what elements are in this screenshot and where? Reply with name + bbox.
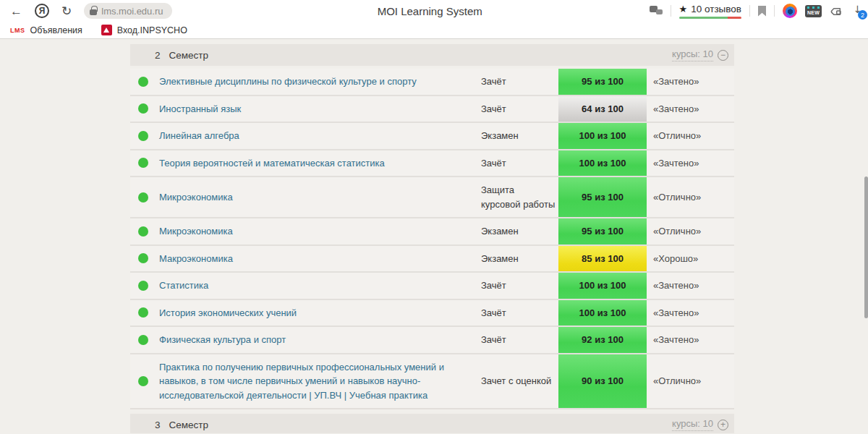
- grade-cell: «Зачтено»: [647, 150, 734, 176]
- divider: [671, 5, 671, 17]
- score-badge: 100 из 100: [558, 273, 647, 299]
- address-bar[interactable]: lms.moi.edu.ru: [84, 3, 171, 19]
- status-dot-icon: [138, 103, 148, 114]
- table-row: Микроэкономика Экзамен 95 из 100 «Отличн…: [130, 218, 734, 246]
- collapse-icon[interactable]: −: [718, 50, 728, 61]
- grade-cell: «Отлично»: [647, 218, 734, 244]
- score-badge: 95 из 100: [558, 69, 647, 95]
- exam-type-cell: Зачет с оценкой: [481, 354, 558, 409]
- status-cell: [130, 150, 159, 176]
- courses-count-link[interactable]: курсы: 10: [672, 418, 713, 430]
- exam-type-cell: Зачёт: [481, 150, 558, 176]
- grade-cell: «Отлично»: [647, 123, 734, 149]
- score-badge: 100 из 100: [558, 150, 647, 176]
- semester-label: Семестр: [169, 50, 209, 61]
- refresh-button[interactable]: ↻: [61, 5, 72, 17]
- course-cell: Иностранный язык: [159, 96, 481, 122]
- back-button[interactable]: ←: [10, 5, 22, 17]
- divider: [774, 5, 775, 17]
- course-link[interactable]: Практика по получению первичных професси…: [159, 360, 468, 403]
- status-cell: [130, 300, 159, 326]
- grade-cell: «Зачтено»: [647, 300, 734, 326]
- status-dot-icon: [138, 307, 148, 318]
- course-link[interactable]: Иностранный язык: [159, 102, 241, 116]
- star-icon: ★: [679, 4, 688, 14]
- table-row: Микроэкономика Защита курсовой работы 95…: [130, 177, 734, 218]
- grade-cell: «Зачтено»: [647, 273, 734, 299]
- course-link[interactable]: Физическая культура и спорт: [159, 333, 286, 347]
- course-link[interactable]: Макроэкономика: [159, 252, 233, 266]
- table-row: Иностранный язык Зачёт 64 из 100 «Зачтен…: [130, 96, 734, 124]
- bookmark-icon[interactable]: [758, 6, 766, 17]
- yandex-button[interactable]: Я: [35, 4, 49, 18]
- grade-cell: «Зачтено»: [647, 327, 734, 353]
- course-link[interactable]: История экономических учений: [159, 306, 297, 320]
- course-link[interactable]: Линейная алгебра: [159, 129, 239, 143]
- bookmark-announcements[interactable]: LMS Объявления: [10, 25, 82, 35]
- exam-type-cell: Экзамен: [481, 246, 558, 272]
- score-badge: 95 из 100: [558, 177, 647, 217]
- course-cell: Макроэкономика: [159, 246, 481, 272]
- scrollbar-thumb[interactable]: [864, 176, 868, 318]
- course-cell: Практика по получению первичных професси…: [159, 354, 481, 409]
- semester-number: 2: [155, 50, 161, 61]
- score-badge: 100 из 100: [558, 300, 647, 326]
- status-cell: [130, 273, 159, 299]
- lock-icon: [90, 9, 97, 15]
- exam-type-cell: Зачёт: [481, 327, 558, 353]
- site-rating-widget[interactable]: ★ 10 отзывов: [679, 4, 741, 19]
- status-dot-icon: [138, 192, 148, 203]
- course-cell: Микроэкономика: [159, 177, 481, 217]
- semester-2-header: 2 Семестр курсы: 10 −: [130, 44, 734, 66]
- status-cell: [130, 69, 159, 95]
- status-cell: [130, 246, 159, 272]
- course-cell: Микроэкономика: [159, 218, 481, 244]
- score-badge: 90 из 100: [558, 354, 647, 409]
- video-new-icon[interactable]: NEW: [805, 5, 822, 17]
- status-dot-icon: [138, 131, 148, 141]
- bookmark-inpsycho-login[interactable]: Вход.INPSYCHO: [101, 25, 187, 35]
- exam-type-cell: Экзамен: [481, 123, 558, 149]
- status-cell: [130, 218, 159, 244]
- courses-count-link[interactable]: курсы: 10: [672, 48, 713, 61]
- score-badge: 64 из 100: [558, 96, 647, 122]
- rating-bar: [679, 17, 741, 19]
- semester-label: Семестр: [169, 420, 209, 430]
- course-link[interactable]: Микроэкономика: [159, 190, 233, 205]
- course-cell: Теория вероятностей и математическая ста…: [159, 150, 481, 176]
- status-cell: [130, 123, 159, 149]
- divider: [749, 5, 750, 17]
- exam-type-cell: Зачёт: [481, 69, 558, 95]
- semester-number: 3: [155, 420, 161, 430]
- browser-toolbar: ← Я ↻ lms.moi.edu.ru MOI Learning System…: [0, 0, 868, 22]
- grade-cell: «Зачтено»: [647, 96, 734, 122]
- reviews-count: 10 отзывов: [691, 4, 741, 14]
- downloads-icon[interactable]: ↘ 2: [851, 4, 865, 18]
- score-badge: 92 из 100: [558, 327, 647, 353]
- table-row: Линейная алгебра Экзамен 100 из 100 «Отл…: [130, 123, 734, 150]
- status-cell: [130, 96, 159, 122]
- bookmark-label: Объявления: [30, 25, 82, 35]
- expand-icon[interactable]: +: [718, 420, 728, 430]
- status-dot-icon: [138, 281, 148, 291]
- table-row: Физическая культура и спорт Зачёт 92 из …: [130, 327, 734, 354]
- inpsycho-favicon: [101, 25, 112, 35]
- course-cell: История экономических учений: [159, 300, 481, 326]
- course-link[interactable]: Теория вероятностей и математическая ста…: [159, 156, 385, 171]
- status-cell: [130, 327, 159, 353]
- messenger-icon[interactable]: [650, 5, 663, 17]
- collections-icon[interactable]: [830, 4, 843, 17]
- status-dot-icon: [138, 376, 148, 386]
- exam-type-cell: Зачёт: [481, 300, 558, 326]
- grade-cell: «Отлично»: [647, 177, 734, 217]
- grade-cell: «Зачтено»: [647, 69, 734, 95]
- course-cell: Линейная алгебра: [159, 123, 481, 149]
- table-row: Теория вероятностей и математическая ста…: [130, 150, 734, 178]
- table-row: История экономических учений Зачёт 100 и…: [130, 300, 734, 328]
- exam-type-cell: Зачёт: [481, 273, 558, 299]
- course-link[interactable]: Статистика: [159, 278, 208, 293]
- course-link[interactable]: Микроэкономика: [159, 224, 233, 239]
- grade-cell: «Отлично»: [647, 354, 734, 409]
- extension-icon[interactable]: [783, 4, 797, 18]
- course-link[interactable]: Элективные дисциплины по физической куль…: [159, 75, 417, 89]
